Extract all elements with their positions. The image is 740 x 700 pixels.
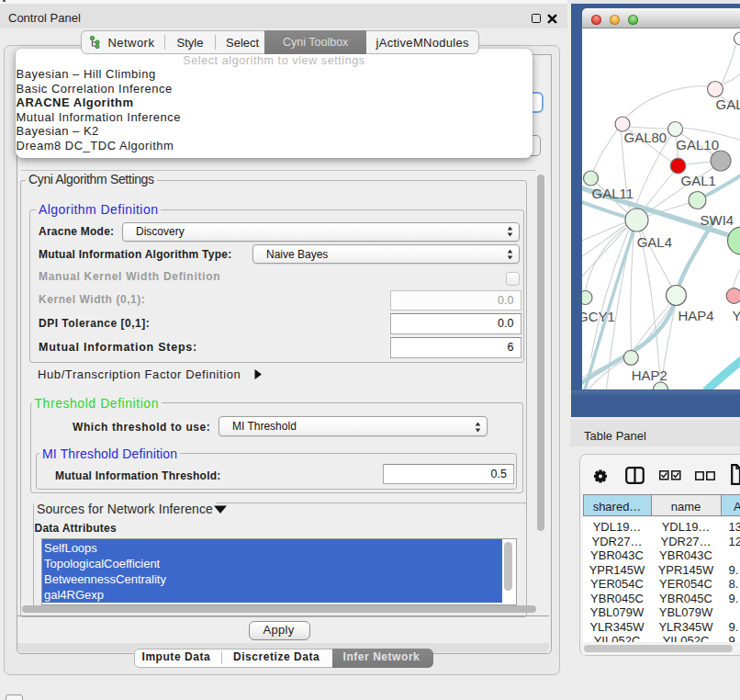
svg-text:GAL11: GAL11 — [591, 186, 633, 201]
svg-text:GAL: GAL — [715, 96, 740, 112]
svg-text:SWI4: SWI4 — [700, 212, 734, 228]
svg-text:Y: Y — [732, 308, 740, 323]
svg-text:HAP4: HAP4 — [678, 308, 713, 323]
svg-text:GCY1: GCY1 — [582, 309, 615, 324]
svg-text:GAL80: GAL80 — [623, 130, 667, 145]
svg-text:GAL4: GAL4 — [636, 234, 671, 250]
svg-text:GAL10: GAL10 — [676, 137, 719, 152]
svg-text:HAP2: HAP2 — [631, 367, 667, 383]
svg-text:GAL1: GAL1 — [680, 173, 715, 188]
